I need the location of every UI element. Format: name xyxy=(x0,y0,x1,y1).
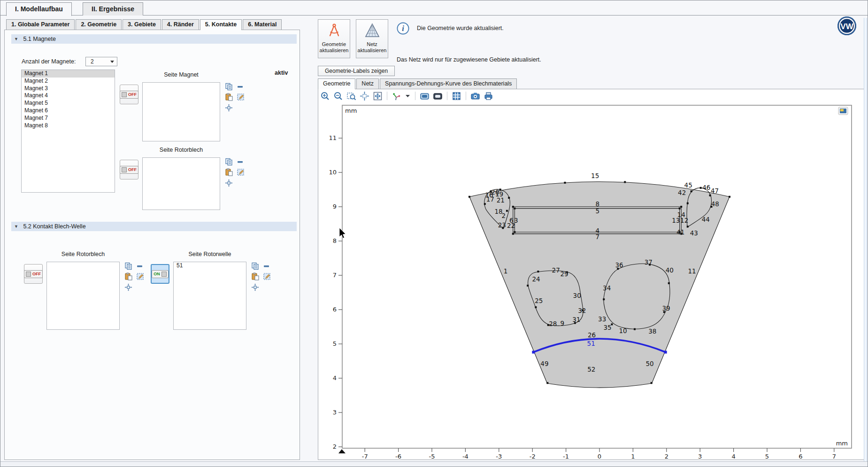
toggle-off-label: OFF xyxy=(32,272,41,276)
tab-3-gebiete[interactable]: 3. Gebiete xyxy=(123,19,161,30)
main-tab-modellaufbau[interactable]: I. Modellaufbau xyxy=(6,2,72,16)
activation-toggle-off[interactable]: OFF xyxy=(120,85,138,104)
zoom-in-icon[interactable] xyxy=(320,91,330,101)
anzahl-magnete-dropdown[interactable]: 2 xyxy=(85,57,117,66)
toolbar-separator xyxy=(415,92,415,100)
paste-icon[interactable] xyxy=(124,272,132,280)
clear-selection-icon[interactable] xyxy=(237,168,245,176)
paste-icon[interactable] xyxy=(225,168,233,176)
svg-text:10: 10 xyxy=(329,169,337,176)
remove-icon[interactable] xyxy=(236,83,244,91)
update-mesh-button[interactable]: Netz aktualisieren xyxy=(356,19,388,58)
vertical-scrollbar[interactable] xyxy=(864,18,867,462)
list-item-magnet-5[interactable]: Magnet 5 xyxy=(22,100,115,107)
edge-label-46: 46 xyxy=(702,184,710,191)
selection-listbox[interactable] xyxy=(142,82,220,141)
main-tab-ergebnisse[interactable]: II. Ergebnisse xyxy=(83,2,143,16)
window-bottom-strip xyxy=(0,461,868,467)
activation-toggle-on[interactable]: ON xyxy=(151,264,169,284)
list-item-magnet-6[interactable]: Magnet 6 xyxy=(22,107,115,115)
edge-label-1: 1 xyxy=(504,267,508,275)
selection-listbox[interactable] xyxy=(142,157,220,210)
zoom-to-selection-icon[interactable] xyxy=(124,283,132,291)
list-item-magnet-1[interactable]: Magnet 1 xyxy=(22,70,115,78)
tab-2-geometrie[interactable]: 2. Geometrie xyxy=(76,19,122,30)
edge-label-32: 32 xyxy=(578,307,586,314)
grid-icon[interactable] xyxy=(452,91,461,101)
geometry-plot[interactable]: 234567891011-7-6-5-4-3-2-101234567mmmm15… xyxy=(318,101,863,459)
list-item-magnet-8[interactable]: Magnet 8 xyxy=(22,122,115,130)
clear-selection-icon[interactable] xyxy=(263,272,271,280)
edge-label-40: 40 xyxy=(666,266,674,274)
plot-image-icon[interactable] xyxy=(838,107,848,115)
selection-group-kontakt-rotorblech: Seite RotorblechOFF xyxy=(24,251,150,335)
zoom-to-selection-icon[interactable] xyxy=(225,104,233,112)
section-header-kontakt[interactable]: ▼ 5.2 Kontakt Blech-Welle xyxy=(11,222,297,231)
zoom-out-icon[interactable] xyxy=(333,91,343,101)
show-geometry-labels-button[interactable]: Geometrie-Labels zeigen xyxy=(318,66,395,76)
selection-title: Seite Rotorblech xyxy=(61,251,105,257)
tab-4-ränder[interactable]: 4. Ränder xyxy=(162,19,199,30)
view-tab-geometrie[interactable]: Geometrie xyxy=(318,78,355,89)
copy-icon[interactable] xyxy=(225,158,233,166)
print-icon[interactable] xyxy=(484,91,493,101)
selection-entry[interactable]: 51 xyxy=(174,262,246,270)
edge-label-27: 27 xyxy=(552,266,560,274)
list-item-magnet-4[interactable]: Magnet 4 xyxy=(22,92,115,100)
copy-image-icon[interactable] xyxy=(420,91,430,101)
activation-toggle-off[interactable]: OFF xyxy=(120,160,138,179)
edge-label-26: 26 xyxy=(588,331,596,339)
copy-icon[interactable] xyxy=(225,83,233,91)
tab-5-kontakte[interactable]: 5. Kontakte xyxy=(200,19,242,30)
magnet-listbox[interactable]: Magnet 1Magnet 2Magnet 3Magnet 4Magnet 5… xyxy=(21,70,115,193)
svg-text:-5: -5 xyxy=(429,453,435,459)
toolbar-separator xyxy=(466,92,466,100)
edge-label-2: 2 xyxy=(501,212,506,219)
paste-icon[interactable] xyxy=(225,93,233,101)
graphics-toolbar xyxy=(320,90,493,101)
section-title: 5.1 Magnete xyxy=(23,36,56,42)
remove-icon[interactable] xyxy=(236,158,244,166)
graphics-panel: Geometrie aktualisieren Netz aktualisier… xyxy=(314,17,866,461)
zoom-to-selection-icon[interactable] xyxy=(360,91,369,101)
tab-1-globale-parameter[interactable]: 1. Globale Parameter xyxy=(6,19,75,30)
snapshot-icon[interactable] xyxy=(470,91,480,101)
copy-icon[interactable] xyxy=(251,262,259,270)
edge-label-15: 15 xyxy=(591,172,599,179)
chevron-down-icon xyxy=(110,61,114,63)
update-geometry-button[interactable]: Geometrie aktualisieren xyxy=(318,19,350,58)
view-tab-spannungsdehnungskurve[interactable]: Spannungs-Dehnungs-Kurve des Blechmateri… xyxy=(380,78,517,89)
edge-label-34: 34 xyxy=(603,284,611,292)
dropdown-caret-icon[interactable] xyxy=(405,91,411,101)
list-item-magnet-3[interactable]: Magnet 3 xyxy=(22,85,115,93)
remove-icon[interactable] xyxy=(262,262,270,270)
axis-origin-marker xyxy=(338,449,346,453)
selection-listbox[interactable]: 51 xyxy=(173,262,246,330)
svg-text:9: 9 xyxy=(333,203,337,210)
copy-icon[interactable] xyxy=(124,262,132,270)
selection-listbox[interactable] xyxy=(46,262,120,330)
view-orientation-icon[interactable] xyxy=(392,91,401,101)
tab-6-material[interactable]: 6. Material xyxy=(243,19,282,30)
section-header-magnete[interactable]: ▼ 5.1 Magnete xyxy=(11,34,297,44)
zoom-extents-icon[interactable] xyxy=(373,91,383,101)
clear-selection-icon[interactable] xyxy=(237,93,245,101)
remove-icon[interactable] xyxy=(136,262,144,270)
zoom-to-selection-icon[interactable] xyxy=(225,179,233,187)
button-label: Geometrie xyxy=(322,41,346,47)
activation-toggle-off[interactable]: OFF xyxy=(24,264,43,284)
zoom-to-selection-icon[interactable] xyxy=(251,283,259,291)
copy-image-dark-icon[interactable] xyxy=(433,91,443,101)
view-tab-netz[interactable]: Netz xyxy=(356,78,379,89)
zoom-box-icon[interactable] xyxy=(346,91,356,101)
button-label: aktualisieren xyxy=(320,47,349,53)
paste-icon[interactable] xyxy=(251,272,259,280)
list-item-magnet-2[interactable]: Magnet 2 xyxy=(22,78,115,85)
application-window: I. ModellaufbauII. Ergebnisse 1. Globale… xyxy=(0,0,868,467)
list-item-magnet-7[interactable]: Magnet 7 xyxy=(22,115,115,122)
vw-logo: VW xyxy=(837,16,857,36)
clear-selection-icon[interactable] xyxy=(136,272,144,280)
edge-label-17: 17 xyxy=(486,195,494,203)
info-icon: i xyxy=(397,22,409,35)
selection-title: Seite Rotorwelle xyxy=(188,251,231,257)
